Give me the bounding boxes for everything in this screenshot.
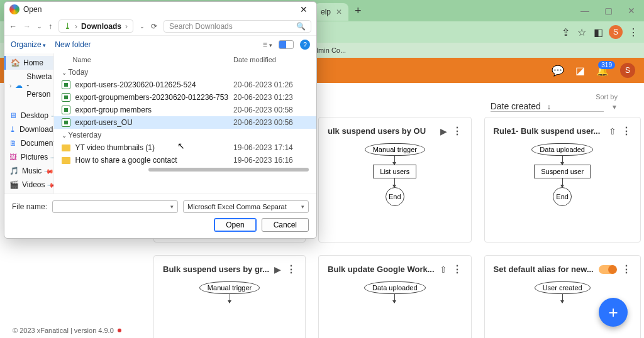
app-footer: © 2023 xFanatical | version 4.9.0: [13, 327, 121, 334]
refresh-icon[interactable]: ⟳: [151, 22, 157, 31]
sidebar-item-home[interactable]: 🏠Home: [4, 56, 53, 70]
nav-forward-icon[interactable]: →: [23, 22, 31, 31]
dialog-titlebar: Open ✕: [4, 2, 316, 17]
workflow-card[interactable]: ulk suspend users by OU ▶ ⋮ Manual trigg…: [318, 117, 472, 243]
cancel-button[interactable]: Cancel: [262, 218, 309, 232]
breadcrumb-expand-icon[interactable]: ⌄: [140, 23, 145, 30]
dialog-close-icon[interactable]: ✕: [296, 4, 311, 14]
play-icon[interactable]: ▶: [440, 126, 447, 136]
browser-menu-icon[interactable]: ⋮: [628, 26, 639, 38]
new-folder-button[interactable]: New folder: [55, 40, 91, 49]
sort-caret-icon[interactable]: ▼: [611, 104, 618, 111]
dialog-sidebar: 🏠Home ›☁Shweta - Person 🖥Desktop📌 ⤓Downl…: [4, 53, 54, 194]
notification-badge: 319: [598, 61, 615, 69]
file-row[interactable]: export-group members20-06-2023 00:58: [54, 104, 317, 116]
more-menu-icon[interactable]: ⋮: [621, 125, 631, 137]
minimize-icon[interactable]: ―: [580, 6, 589, 16]
bookmark-item[interactable]: dmin Co...: [314, 46, 346, 54]
share-icon[interactable]: ⇪: [560, 26, 571, 38]
card-title: ulk suspend users by OU: [328, 126, 435, 136]
bookmark-star-icon[interactable]: ☆: [576, 26, 587, 38]
file-open-dialog: Open ✕ ← → ⌄ ↑ ⤓ › Downloads › ⌄ ⟳ Searc…: [4, 1, 317, 239]
more-menu-icon[interactable]: ⋮: [286, 263, 296, 275]
sort-dropdown[interactable]: Date created ↓: [491, 101, 604, 112]
card-title: Set default alias for new...: [494, 264, 594, 274]
nav-back-icon[interactable]: ←: [9, 22, 17, 31]
workflow-card[interactable]: Rule1- Bulk suspend user... ⇧ ⋮ Data upl…: [484, 117, 641, 243]
app-avatar[interactable]: S: [620, 63, 635, 78]
workflow-card[interactable]: Bulk suspend users by gr... ▶ ⋮ Manual t…: [153, 255, 306, 338]
file-name-input[interactable]: ▾: [52, 200, 178, 213]
sidebar-item-onedrive[interactable]: ›☁Shweta - Person: [4, 70, 53, 101]
organize-menu[interactable]: Organize: [11, 40, 46, 49]
flow-action-node: Suspend user: [534, 165, 591, 178]
dialog-footer: File name: ▾ Microsoft Excel Comma Separ…: [4, 194, 316, 238]
sidebar-item-videos[interactable]: 🎬Videos📌: [4, 178, 53, 192]
nav-recent-icon[interactable]: ⌄: [37, 23, 42, 30]
folder-icon: [62, 144, 70, 151]
excel-file-icon: [62, 106, 70, 114]
chat-icon[interactable]: 💬: [552, 65, 564, 77]
file-row[interactable]: export-groupmembers-20230620-012236-7532…: [54, 91, 317, 104]
card-title: Bulk suspend users by gr...: [163, 264, 269, 274]
sidebar-item-music[interactable]: 🎵Music📌: [4, 164, 53, 178]
more-menu-icon[interactable]: ⋮: [452, 125, 462, 137]
upload-icon[interactable]: ⇧: [440, 264, 447, 275]
horizontal-scrollbar[interactable]: [148, 168, 309, 172]
flow-trigger-node: Manual trigger: [365, 143, 425, 156]
sidebar-item-desktop[interactable]: 🖥Desktop📌: [4, 109, 53, 123]
upload-icon[interactable]: ⇧: [609, 126, 616, 136]
view-list-icon[interactable]: ≡ ▾: [263, 40, 272, 49]
download-icon: ⤓: [64, 21, 71, 31]
file-name-label: File name:: [12, 202, 47, 211]
card-title: Bulk update Google Work...: [328, 264, 435, 274]
dialog-toolbar: Organize New folder ≡ ▾ ?: [4, 36, 316, 53]
excel-file-icon: [62, 80, 70, 89]
workflow-card[interactable]: Bulk update Google Work... ⇧ ⋮ Data uplo…: [318, 255, 472, 338]
announcement-icon[interactable]: ◪: [575, 65, 585, 77]
flow-action-node: List users: [373, 165, 416, 178]
tab-title: elp: [321, 8, 331, 16]
column-header-name[interactable]: Name: [62, 56, 234, 63]
extensions-icon[interactable]: ◧: [592, 26, 604, 38]
preview-pane-toggle[interactable]: [279, 40, 294, 49]
sidebar-item-pictures[interactable]: 🖼Pictures📌: [4, 150, 53, 164]
search-icon: 🔍: [296, 22, 306, 31]
play-icon[interactable]: ▶: [274, 264, 281, 275]
more-menu-icon[interactable]: ⋮: [621, 263, 631, 275]
column-header-date[interactable]: Date modified: [233, 56, 309, 63]
tab-close-icon[interactable]: ✕: [336, 8, 342, 16]
more-menu-icon[interactable]: ⋮: [452, 263, 462, 275]
file-group-yesterday[interactable]: Yesterday: [54, 129, 317, 141]
breadcrumb[interactable]: ⤓ › Downloads ›: [58, 19, 133, 33]
excel-file-icon: [62, 118, 70, 127]
help-icon[interactable]: ?: [300, 40, 310, 50]
file-group-today[interactable]: Today: [54, 66, 317, 79]
add-workflow-button[interactable]: +: [599, 298, 628, 327]
open-button[interactable]: Open: [214, 218, 256, 232]
browser-tab[interactable]: elp ✕: [314, 3, 348, 21]
folder-icon: [62, 157, 70, 164]
file-row[interactable]: How to share a google contact19-06-2023 …: [54, 154, 317, 166]
nav-up-icon[interactable]: ↑: [48, 22, 52, 31]
search-input[interactable]: Search Downloads 🔍: [164, 20, 311, 33]
flow-trigger-node: Data uploaded: [531, 143, 593, 156]
notifications-icon[interactable]: 🔔 319: [596, 65, 609, 77]
dialog-nav: ← → ⌄ ↑ ⤓ › Downloads › ⌄ ⟳ Search Downl…: [4, 17, 316, 36]
file-type-select[interactable]: Microsoft Excel Comma Separat▾: [183, 200, 309, 213]
sidebar-item-downloads[interactable]: ⤓Downloads📌: [4, 123, 53, 136]
card-title: Rule1- Bulk suspend user...: [494, 126, 604, 136]
dialog-title: Open: [23, 5, 42, 14]
file-row[interactable]: YT video thumbnails (1)19-06-2023 17:14: [54, 141, 317, 154]
flow-trigger-node: Manual trigger: [199, 281, 260, 294]
new-tab-button[interactable]: +: [355, 4, 362, 18]
profile-avatar[interactable]: S: [609, 25, 623, 39]
file-row[interactable]: export-users_OU20-06-2023 00:56: [54, 116, 317, 129]
flow-end-node: End: [386, 187, 404, 206]
file-row[interactable]: export-users-20230620-012625-52420-06-20…: [54, 79, 317, 91]
maximize-icon[interactable]: ▢: [604, 6, 613, 16]
toggle-icon[interactable]: [599, 265, 616, 274]
file-list: Name Date modified Today export-users-20…: [54, 53, 317, 194]
sidebar-item-documents[interactable]: 🗎Documents📌: [4, 136, 53, 150]
close-window-icon[interactable]: ✕: [628, 6, 635, 16]
